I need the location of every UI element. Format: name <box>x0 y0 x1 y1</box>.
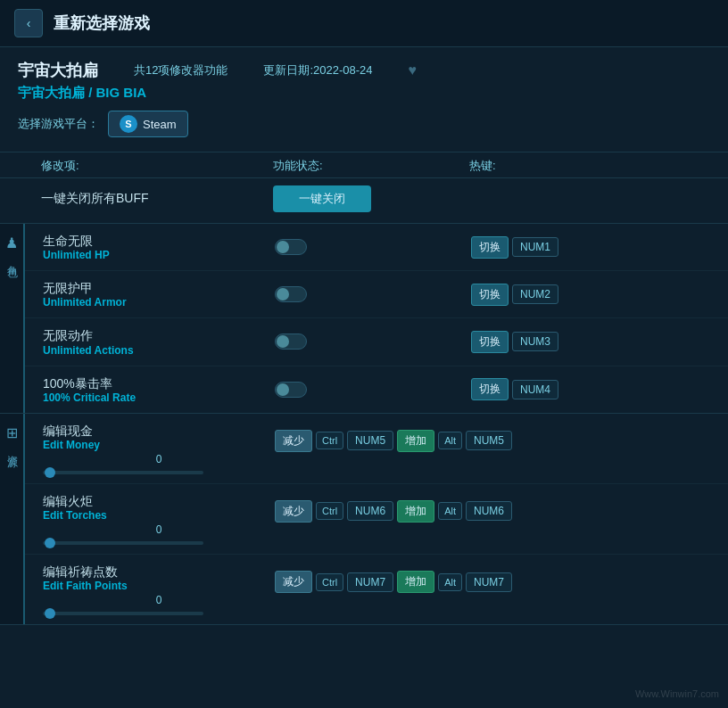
toggle-switch-actions[interactable] <box>275 333 307 350</box>
torches-increase-btn[interactable]: 增加 <box>397 500 434 523</box>
toggle-switch-armor[interactable] <box>275 286 307 302</box>
hotkey-key-hp: NUM1 <box>512 237 558 257</box>
toggle-actions[interactable] <box>275 333 471 350</box>
toggle-knob-crit <box>277 383 289 396</box>
hotkey-actions: 切换 NUM3 <box>471 331 710 353</box>
modifier-count: 共12项修改器功能 <box>134 62 228 78</box>
steam-platform-button[interactable]: S Steam <box>108 111 188 137</box>
mod-name-en-faith: Edit Faith Points <box>43 580 275 592</box>
hotkey-armor: 切换 NUM2 <box>471 284 710 306</box>
favorite-icon[interactable]: ♥ <box>409 62 418 78</box>
character-section-label: ♟ 角色 <box>0 224 25 413</box>
toggle-switch-crit[interactable] <box>275 382 307 398</box>
mod-name-cn-money: 编辑现金 <box>43 423 275 439</box>
torches-value: 0 <box>43 523 275 536</box>
money-decrease-mod: Ctrl <box>316 432 343 449</box>
mod-name-cn-armor: 无限护甲 <box>43 280 275 296</box>
resources-section: ⊞ 资源 编辑现金 Edit Money 0 减少 Ctrl NUM5 <box>0 414 728 626</box>
mod-row-crit: 100%暴击率 100% Critical Rate 切换 NUM4 <box>25 366 728 413</box>
faith-increase-btn[interactable]: 增加 <box>397 571 434 593</box>
money-decrease-btn[interactable]: 减少 <box>275 430 312 452</box>
special-row: 一键关闭所有BUFF 一键关闭 <box>0 178 728 224</box>
resource-row-torches: 编辑火炬 Edit Torches 0 减少 Ctrl NUM6 增加 Alt … <box>25 484 728 555</box>
mod-name-actions: 无限动作 Unlimited Actions <box>43 327 275 356</box>
money-decrease-key: NUM5 <box>347 431 393 450</box>
resource-row-money: 编辑现金 Edit Money 0 减少 Ctrl NUM5 增加 Alt NU… <box>25 414 728 484</box>
faith-slider-track[interactable] <box>43 612 203 615</box>
hotkey-action-actions[interactable]: 切换 <box>471 331 509 353</box>
money-value: 0 <box>43 453 275 465</box>
mod-name-en-crit: 100% Critical Rate <box>43 391 275 404</box>
steam-icon: S <box>120 115 137 133</box>
game-info-bar: 宇宙大拍扁 共12项修改器功能 更新日期:2022-08-24 ♥ 宇宙大拍扁 … <box>0 47 728 152</box>
hotkey-key-crit: NUM4 <box>512 380 558 399</box>
mod-name-en-hp: Unlimited HP <box>43 249 275 261</box>
slider-faith: 0 <box>43 594 275 615</box>
character-section: ♟ 角色 生命无限 Unlimited HP 切换 NUM1 无限护甲 Unl <box>0 224 728 414</box>
character-section-content: 生命无限 Unlimited HP 切换 NUM1 无限护甲 Unlimited… <box>25 224 728 413</box>
faith-increase-key: NUM7 <box>466 572 512 592</box>
torches-slider-knob[interactable] <box>45 538 55 548</box>
mod-name-armor: 无限护甲 Unlimited Armor <box>43 280 275 309</box>
back-button[interactable]: ‹ <box>14 9 43 37</box>
faith-hotkeys: 减少 Ctrl NUM7 增加 Alt NUM7 <box>275 564 710 593</box>
torches-hotkeys: 减少 Ctrl NUM6 增加 Alt NUM6 <box>275 493 710 523</box>
header-title: 重新选择游戏 <box>54 12 150 34</box>
toggle-knob-armor <box>277 288 289 300</box>
hotkey-action-armor[interactable]: 切换 <box>471 284 509 306</box>
mod-name-money: 编辑现金 Edit Money 0 <box>43 423 275 474</box>
character-text: 角色 <box>4 257 20 260</box>
game-title-cn: 宇宙大拍扁 <box>18 60 98 81</box>
faith-decrease-btn[interactable]: 减少 <box>275 571 312 593</box>
resources-section-label: ⊞ 资源 <box>0 414 25 625</box>
col-status: 功能状态: <box>273 158 469 174</box>
hotkey-crit: 切换 NUM4 <box>471 378 710 400</box>
mod-name-cn-crit: 100%暴击率 <box>43 375 275 391</box>
hotkey-key-armor: NUM2 <box>512 284 558 304</box>
toggle-switch-hp[interactable] <box>275 239 307 255</box>
one-key-close-button[interactable]: 一键关闭 <box>273 185 371 212</box>
columns-header: 修改项: 功能状态: 热键: <box>0 152 728 178</box>
hotkey-key-actions: NUM3 <box>512 332 558 351</box>
toggle-knob-actions <box>277 335 289 348</box>
watermark: Www.Winwin7.com <box>635 688 719 699</box>
col-hotkey: 热键: <box>469 158 710 174</box>
torches-decrease-key: NUM6 <box>347 501 393 521</box>
character-icon: ♟ <box>5 235 18 251</box>
faith-decrease-key: NUM7 <box>347 572 393 592</box>
special-mod-name: 一键关闭所有BUFF <box>41 191 273 207</box>
torches-decrease-mod: Ctrl <box>316 502 343 520</box>
money-slider-knob[interactable] <box>45 467 55 478</box>
update-date: 更新日期:2022-08-24 <box>263 62 372 78</box>
faith-slider-knob[interactable] <box>45 608 55 619</box>
toggle-crit[interactable] <box>275 382 471 398</box>
money-increase-mod: Alt <box>438 432 462 449</box>
mod-name-en-actions: Unlimited Actions <box>43 344 275 357</box>
money-increase-key: NUM5 <box>466 431 512 450</box>
mod-name-crit: 100%暴击率 100% Critical Rate <box>43 375 275 404</box>
hotkey-action-hp[interactable]: 切换 <box>471 236 509 259</box>
toggle-knob-hp <box>277 241 289 253</box>
torches-slider-track[interactable] <box>43 541 203 545</box>
money-increase-btn[interactable]: 增加 <box>397 430 434 452</box>
game-title-en: 宇宙大拍扁 / BIG BIA <box>18 85 710 102</box>
mod-name-torches: 编辑火炬 Edit Torches 0 <box>43 493 275 545</box>
toggle-armor[interactable] <box>275 286 471 302</box>
mod-name-cn-actions: 无限动作 <box>43 327 275 343</box>
toggle-hp[interactable] <box>275 239 471 255</box>
money-slider-track[interactable] <box>43 471 203 474</box>
back-icon: ‹ <box>27 16 31 30</box>
slider-money: 0 <box>43 453 275 474</box>
mod-name-en-torches: Edit Torches <box>43 509 275 522</box>
mod-name-en-money: Edit Money <box>43 439 275 451</box>
torches-increase-key: NUM6 <box>466 501 512 521</box>
hotkey-action-crit[interactable]: 切换 <box>471 378 509 400</box>
money-hotkeys: 减少 Ctrl NUM5 增加 Alt NUM5 <box>275 423 710 452</box>
mod-name-cn-hp: 生命无限 <box>43 233 275 249</box>
mod-name-faith: 编辑祈祷点数 Edit Faith Points 0 <box>43 564 275 615</box>
hotkey-hp: 切换 NUM1 <box>471 236 710 259</box>
mod-name-cn-torches: 编辑火炬 <box>43 493 275 509</box>
mod-name-cn-faith: 编辑祈祷点数 <box>43 564 275 580</box>
resources-section-content: 编辑现金 Edit Money 0 减少 Ctrl NUM5 增加 Alt NU… <box>25 414 728 625</box>
torches-decrease-btn[interactable]: 减少 <box>275 500 312 523</box>
